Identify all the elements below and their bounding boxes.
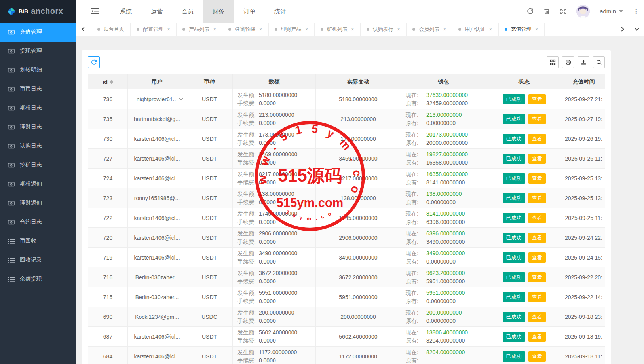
sidebar-item-option-log[interactable]: 期权日志 (0, 99, 76, 118)
tab-miners[interactable]: 矿机列表× (315, 23, 361, 36)
tab-home[interactable]: 后台首页 (91, 23, 131, 36)
trash-icon[interactable] (543, 8, 550, 15)
view-button[interactable]: 查看 (528, 213, 546, 223)
view-button[interactable]: 查看 (528, 94, 546, 104)
tab-verify[interactable]: 用户认证× (452, 23, 498, 36)
view-button[interactable]: 查看 (528, 312, 546, 322)
view-button[interactable]: 查看 (528, 332, 546, 342)
tab-close-icon[interactable]: × (213, 27, 216, 32)
sidebar-item-contract-log[interactable]: 合约日志 (0, 212, 76, 231)
wallet-now: 现在:9623.20000000 (406, 269, 486, 277)
sidebar-item-option-rebate[interactable]: 期权返佣 (0, 174, 76, 193)
export-button[interactable] (578, 56, 589, 68)
menu-collapse-icon[interactable] (91, 8, 99, 15)
status-badge: 已成功 (503, 292, 525, 302)
tab-close-icon[interactable]: × (259, 27, 262, 32)
cell-amount: 发生额:3490.00000000手续费:0.0000 (233, 248, 316, 267)
sidebar-item-label: 挖矿日志 (20, 161, 42, 169)
occur-amount: 发生额:5180.00000000 (237, 91, 315, 99)
amount-value: 0.0000 (259, 297, 276, 305)
tab-dot (321, 28, 323, 31)
tab-finance-products[interactable]: 理财产品× (269, 23, 315, 36)
row-expand-toggle[interactable] (176, 89, 186, 109)
sidebar-item-finance-log[interactable]: 理财日志 (0, 118, 76, 136)
tab-members[interactable]: 会员列表× (407, 23, 452, 36)
view-button[interactable]: 查看 (528, 114, 546, 124)
sidebar-item-transfer-detail[interactable]: 划转明细 (0, 61, 76, 80)
amount-value: 0.0000 (259, 337, 276, 345)
admin-menu[interactable]: admin (600, 8, 623, 15)
amount-value: 173.00000000 (259, 131, 294, 139)
sidebar-item-label: 合约日志 (20, 218, 42, 226)
wallet-value: 20173.00000000 (426, 131, 468, 139)
view-button[interactable]: 查看 (528, 134, 546, 144)
print-button[interactable] (562, 56, 574, 68)
sidebar-item-withdraw-manage[interactable]: 提现管理 (0, 42, 76, 61)
tab-subscribe[interactable]: 认购发行× (361, 23, 407, 36)
wallet-original: 原有:16358.00000000 (406, 159, 486, 167)
sidebar-item-balance-withdraw[interactable]: 余额提现 (0, 269, 76, 288)
fullscreen-icon[interactable] (560, 8, 566, 15)
view-button[interactable]: 查看 (528, 252, 546, 263)
search-button[interactable] (593, 56, 605, 68)
sidebar-item-recharge-manage[interactable]: 充值管理 (0, 23, 76, 42)
view-button[interactable]: 查看 (528, 173, 546, 184)
wallet-original: 原有:8141.00000000 (406, 178, 486, 187)
sidebar-item-coin-recycle[interactable]: 币回收 (0, 231, 76, 250)
view-button[interactable]: 查看 (528, 233, 546, 243)
nav-system[interactable]: 系统 (110, 0, 141, 23)
nav-order[interactable]: 订单 (234, 0, 265, 23)
more-menu-icon[interactable]: ⋮ (633, 8, 639, 15)
nav-operation[interactable]: 运营 (141, 0, 172, 23)
sidebar: BiB anchorx 充值管理提现管理划转明细币币日志期权日志理财日志认购日志… (0, 0, 76, 364)
tab-next-button[interactable] (614, 23, 629, 36)
tab-menu-button[interactable] (629, 23, 644, 36)
sidebar-item-coin-log[interactable]: 币币日志 (0, 80, 76, 99)
nav-stats[interactable]: 统计 (265, 0, 296, 23)
tab-popup[interactable]: 弹窗轮播× (222, 23, 268, 36)
tab-close-icon[interactable]: × (489, 27, 492, 32)
nav-finance[interactable]: 财务 (203, 0, 234, 23)
sort-icon[interactable] (110, 80, 113, 84)
view-button[interactable]: 查看 (528, 193, 546, 203)
cell-status: 已成功查看 (486, 267, 562, 287)
tab-products[interactable]: 产品列表× (177, 23, 222, 36)
sidebar-item-mining-log[interactable]: 挖矿日志 (0, 155, 76, 174)
sidebar-item-label: 充值管理 (20, 28, 42, 36)
sidebar-item-recycle-record[interactable]: 回收记录 (0, 250, 76, 269)
tab-close-icon[interactable]: × (535, 27, 538, 32)
tab-config[interactable]: 配置管理× (131, 23, 177, 36)
tab-close-icon[interactable]: × (397, 27, 400, 32)
cell-wallet: 现在:13806.40000000原有:8204.00000000 (401, 327, 486, 347)
avatar[interactable] (576, 5, 590, 18)
sidebar-item-finance-rebate[interactable]: 理财返佣 (0, 193, 76, 212)
table-toolbar (82, 50, 611, 74)
tab-close-icon[interactable]: × (167, 27, 170, 32)
tab-prev-button[interactable] (76, 23, 91, 36)
view-button[interactable]: 查看 (528, 154, 546, 164)
status-badge: 已成功 (503, 312, 525, 322)
view-button[interactable]: 查看 (528, 351, 546, 362)
view-button[interactable]: 查看 (528, 272, 546, 282)
view-button[interactable]: 查看 (528, 292, 546, 302)
amount-label: 手续费: (237, 139, 256, 147)
tab-close-icon[interactable]: × (305, 27, 308, 32)
cell-wallet: 现在:9623.20000000原有:5951.00000000 (401, 267, 486, 287)
tab-close-icon[interactable]: × (443, 27, 446, 32)
table-row: 722karsten1406@icl...USDT发生额:1745.000000… (88, 208, 605, 228)
tab-close-icon[interactable]: × (351, 27, 354, 32)
cell-wallet: 现在:6396.00000000原有:3490.00000000 (401, 228, 486, 248)
tab-dot (367, 28, 369, 31)
nav-member[interactable]: 会员 (172, 0, 203, 23)
table-refresh-button[interactable] (88, 56, 100, 68)
amount-label: 手续费: (237, 356, 256, 364)
wallet-value: 0.00000000 (426, 297, 456, 305)
wallet-now: 现在:213.00000000 (406, 111, 486, 119)
tab-recharge[interactable]: 充值管理× (499, 23, 545, 36)
cell-actual-change: 8217.00000000 (316, 169, 401, 188)
cell-amount: 发生额:5180.00000000手续费:0.0000 (233, 89, 316, 109)
columns-filter-button[interactable] (547, 56, 559, 68)
refresh-icon[interactable] (527, 8, 534, 15)
sidebar-item-subscribe-log[interactable]: 认购日志 (0, 136, 76, 155)
wallet-value: 200.00000000 (426, 309, 462, 317)
